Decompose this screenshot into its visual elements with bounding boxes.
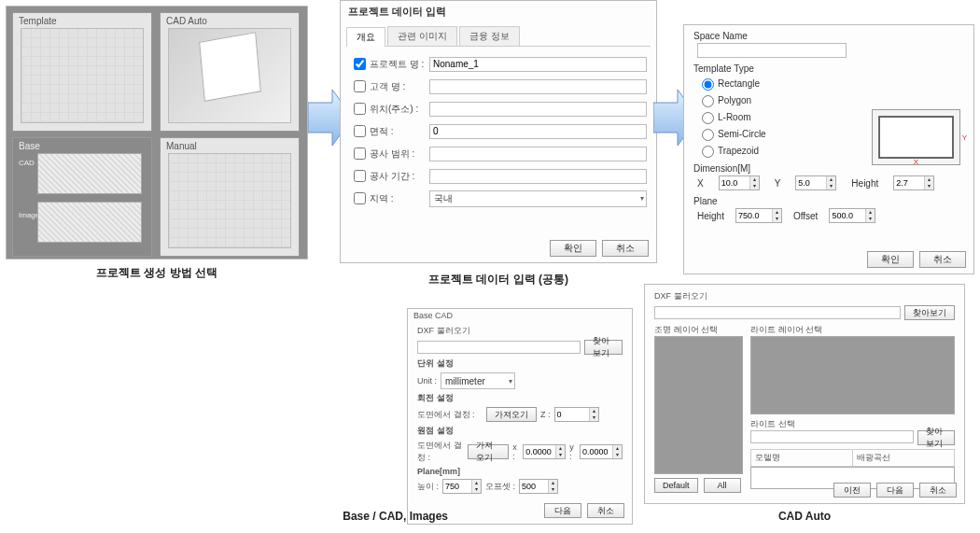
dim-x-spin[interactable]: ▴▾ [719, 175, 760, 190]
radio-rect[interactable] [702, 78, 714, 91]
bc-plane-group: Plane[mm] [417, 467, 460, 476]
bc-ph-input[interactable] [443, 480, 471, 493]
bc-cancel-button[interactable]: 취소 [587, 503, 624, 518]
bc-po-input[interactable] [520, 480, 548, 493]
spin-up-icon[interactable]: ▴ [749, 176, 759, 183]
chk-scope[interactable] [354, 147, 366, 160]
data-entry-title: 프로젝트 데이터 입력 [341, 1, 656, 22]
radio-poly-lbl: Polygon [718, 95, 751, 105]
input-period[interactable] [429, 169, 647, 184]
plane-off-input[interactable] [830, 209, 865, 222]
bc-oy-input[interactable] [581, 445, 612, 458]
tab-overview[interactable]: 개요 [346, 27, 385, 47]
input-addr[interactable] [429, 102, 647, 117]
combo-region-value: 국내 [434, 192, 453, 205]
space-name-input[interactable] [697, 43, 847, 58]
ca-dxf-path-input[interactable] [654, 306, 901, 319]
bc-unit-combo[interactable]: millimeter ▾ [441, 372, 515, 389]
ca-all-button[interactable]: All [704, 478, 741, 493]
bc-ox-spin[interactable]: ▴▾ [523, 444, 566, 459]
chk-area[interactable] [354, 125, 366, 137]
bc-ph-spin[interactable]: ▴▾ [442, 479, 482, 494]
input-scope[interactable] [429, 147, 647, 161]
spin-down-icon[interactable]: ▾ [924, 183, 933, 189]
bc-dxf-path-input[interactable] [417, 341, 581, 354]
input-project-name[interactable] [429, 57, 647, 72]
dim-h-input[interactable] [894, 176, 924, 189]
space-cancel-button[interactable]: 취소 [919, 251, 966, 268]
chk-region[interactable] [354, 192, 366, 204]
spin-up-icon[interactable]: ▴ [548, 480, 557, 486]
plane-h-spin[interactable]: ▴▾ [735, 208, 782, 223]
spin-up-icon[interactable]: ▴ [612, 445, 622, 452]
plane-off-label: Offset [793, 211, 819, 221]
chk-period[interactable] [354, 170, 366, 182]
chk-client[interactable] [354, 80, 366, 92]
bc-z-input[interactable] [555, 408, 589, 421]
spin-up-icon[interactable]: ▴ [865, 209, 875, 216]
plane-off-spin[interactable]: ▴▾ [829, 208, 875, 223]
thumb-manual[interactable]: Manual [160, 137, 300, 257]
ca-light-browse-button[interactable]: 찾아보기 [917, 430, 955, 445]
tab-finance[interactable]: 금융 정보 [459, 26, 520, 46]
dim-x-input[interactable] [720, 176, 749, 189]
dim-y-input[interactable] [796, 176, 826, 189]
spin-down-icon[interactable]: ▾ [772, 216, 781, 222]
input-area[interactable] [429, 124, 647, 139]
lbl-project-name: 프로젝트 명 : [370, 58, 429, 71]
ca-zone-list[interactable] [654, 336, 743, 474]
radio-lroom[interactable] [702, 112, 714, 124]
space-name-label: Space Name [693, 31, 964, 41]
thumb-base[interactable]: Base CAD Image [12, 137, 152, 257]
combo-region[interactable]: 국내 ▾ [429, 190, 647, 207]
dim-h-spin[interactable]: ▴▾ [893, 175, 934, 190]
spin-down-icon[interactable]: ▾ [471, 486, 481, 493]
spin-down-icon[interactable]: ▾ [826, 183, 835, 189]
spin-up-icon[interactable]: ▴ [924, 176, 933, 183]
thumb-template[interactable]: Template [12, 12, 152, 132]
ca-next-button[interactable]: 다음 [876, 483, 914, 498]
spin-down-icon[interactable]: ▾ [612, 452, 622, 458]
lbl-region: 지역 : [370, 192, 429, 205]
spin-up-icon[interactable]: ▴ [471, 480, 481, 486]
spin-up-icon[interactable]: ▴ [589, 408, 598, 414]
spin-up-icon[interactable]: ▴ [826, 176, 835, 183]
radio-semi-lbl: Semi-Circle [718, 129, 766, 139]
spin-up-icon[interactable]: ▴ [555, 445, 565, 452]
thumb-cad-auto[interactable]: CAD Auto [160, 12, 300, 132]
spin-down-icon[interactable]: ▾ [589, 414, 598, 421]
ca-default-button[interactable]: Default [654, 478, 698, 493]
bc-unit-lbl: Unit : [417, 376, 437, 386]
radio-poly[interactable] [702, 95, 714, 107]
bc-z-spin[interactable]: ▴▾ [554, 407, 599, 422]
bc-orig-pick-button[interactable]: 가져오기 [468, 444, 509, 459]
base-cad-dialog: Base CAD DXF 불러오기 찾아보기 단위 설정 Unit : mill… [407, 308, 633, 525]
ca-cancel-button[interactable]: 취소 [919, 483, 957, 498]
plane-h-input[interactable] [736, 209, 772, 222]
space-ok-button[interactable]: 확인 [867, 251, 914, 268]
bc-next-button[interactable]: 다음 [544, 503, 581, 518]
ca-light-sel-input[interactable] [750, 430, 914, 443]
spin-down-icon[interactable]: ▾ [548, 486, 557, 493]
bc-oy-spin[interactable]: ▴▾ [580, 444, 623, 459]
ca-prev-button[interactable]: 이전 [833, 483, 871, 498]
data-entry-cancel-button[interactable]: 취소 [602, 240, 649, 257]
spin-up-icon[interactable]: ▴ [772, 209, 781, 216]
chk-addr[interactable] [354, 103, 366, 115]
radio-semi[interactable] [702, 129, 714, 141]
bc-po-spin[interactable]: ▴▾ [519, 479, 558, 494]
data-entry-ok-button[interactable]: 확인 [550, 240, 596, 257]
chk-project-name[interactable] [354, 58, 366, 70]
spin-down-icon[interactable]: ▾ [555, 452, 565, 458]
ca-browse-button[interactable]: 찾아보기 [904, 305, 955, 320]
bc-ox-input[interactable] [524, 445, 555, 458]
bc-browse-button[interactable]: 찾아보기 [584, 340, 623, 355]
tab-images[interactable]: 관련 이미지 [387, 26, 457, 46]
spin-down-icon[interactable]: ▾ [749, 183, 759, 189]
ca-light-list[interactable] [750, 336, 955, 414]
spin-down-icon[interactable]: ▾ [865, 216, 875, 222]
bc-rot-pick-button[interactable]: 가져오기 [486, 407, 537, 422]
input-client[interactable] [429, 79, 647, 94]
dim-y-spin[interactable]: ▴▾ [795, 175, 836, 190]
radio-trap[interactable] [702, 146, 714, 158]
